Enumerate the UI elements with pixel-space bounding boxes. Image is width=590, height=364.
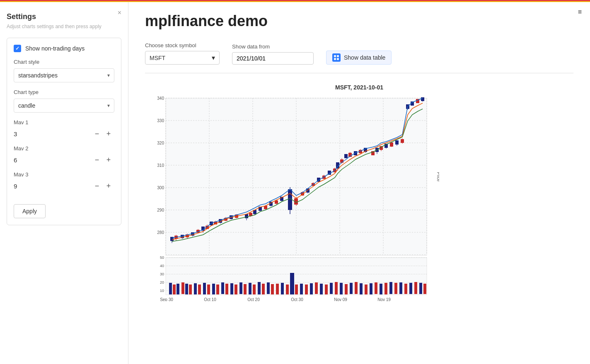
svg-rect-154 [239,282,242,294]
svg-rect-172 [325,284,328,294]
svg-text:20: 20 [160,280,164,284]
svg-rect-162 [290,273,294,294]
stock-symbol-value: MSFT [150,55,209,61]
svg-text:Nov 09: Nov 09 [334,297,347,301]
svg-text:Volume 10⁶: Volume 10⁶ [438,271,439,290]
svg-rect-171 [320,284,323,294]
svg-rect-175 [340,283,343,294]
svg-rect-181 [370,283,372,294]
mav3-label: Mav 3 [14,171,114,178]
close-icon[interactable]: × [118,9,121,17]
top-bar-yellow [0,1,590,2]
svg-text:Oct 30: Oct 30 [291,297,303,301]
chart-style-dropdown[interactable]: starsandstripes ▾ [14,68,114,82]
svg-rect-141 [181,282,184,294]
svg-rect-147 [207,284,210,294]
svg-rect-168 [305,284,308,294]
date-from-label: Show data from [232,43,314,50]
svg-text:Oct 20: Oct 20 [247,297,260,301]
svg-text:Sep 30: Sep 30 [160,297,173,301]
svg-text:280: 280 [157,230,164,235]
svg-rect-155 [244,284,247,294]
main-content: ≡ mplfinance demo Choose stock symbol MS… [128,0,590,364]
divider [145,73,573,73]
chart-type-arrow-icon: ▾ [107,103,110,108]
svg-text:30: 30 [160,272,164,276]
svg-text:320: 320 [157,141,164,145]
show-non-trading-checkbox[interactable] [14,45,21,52]
svg-rect-55 [344,154,348,158]
chart-style-value: starsandstripes [18,72,58,79]
mav3-decrement-button[interactable]: − [91,180,103,192]
svg-rect-1 [337,55,339,57]
mav3-section: Mav 3 9 − + [14,171,114,192]
controls-row: Choose stock symbol MSFT ▾ Show data fro… [145,42,573,65]
svg-rect-153 [235,284,237,294]
svg-rect-142 [185,284,188,294]
mav2-decrement-button[interactable]: − [91,154,103,166]
svg-rect-161 [271,284,274,294]
svg-rect-163 [276,284,279,294]
svg-rect-121 [395,140,399,145]
date-from-input[interactable] [232,52,314,65]
svg-text:340: 340 [157,96,164,101]
svg-rect-152 [230,283,233,294]
svg-rect-165 [286,284,289,294]
stock-symbol-group: Choose stock symbol MSFT ▾ [145,42,220,65]
svg-text:310: 310 [157,163,164,168]
svg-rect-169 [310,283,313,294]
mav2-increment-button[interactable]: + [103,154,114,166]
svg-rect-173 [330,283,333,294]
mav1-section: Mav 1 3 − + [14,119,114,140]
settings-title: Settings [7,12,121,21]
svg-text:40: 40 [160,264,164,268]
svg-rect-69 [421,97,424,101]
svg-rect-156 [249,283,251,294]
svg-rect-29 [170,237,174,241]
chart-type-dropdown[interactable]: candle ▾ [14,99,114,113]
svg-text:300: 300 [157,186,164,190]
svg-text:290: 290 [157,208,164,212]
svg-text:10: 10 [160,289,164,293]
menu-icon[interactable]: ≡ [578,8,582,16]
svg-rect-180 [365,284,368,294]
svg-rect-164 [281,283,284,294]
mav1-decrement-button[interactable]: − [91,128,103,140]
svg-rect-3 [337,58,339,60]
svg-rect-188 [404,284,407,294]
svg-rect-145 [198,284,201,294]
mav2-section: Mav 2 6 − + [14,145,114,166]
chart-container: MSFT, 2021-10-01 [145,80,573,305]
chart-style-arrow-icon: ▾ [107,72,110,78]
stock-dropdown-arrow-icon: ▾ [212,54,215,62]
settings-card: Show non-trading days Chart style starsa… [7,38,121,225]
svg-rect-183 [380,284,382,294]
apply-button[interactable]: Apply [14,204,46,218]
mav2-value: 6 [14,157,91,164]
svg-rect-0 [334,55,336,57]
mav2-label: Mav 2 [14,145,114,152]
page-title: mplfinance demo [145,12,573,30]
show-data-table-label: Show data table [344,54,385,61]
svg-rect-144 [194,283,197,294]
svg-rect-187 [399,282,402,294]
mav1-increment-button[interactable]: + [103,128,114,140]
svg-rect-177 [350,283,353,294]
show-data-table-button[interactable]: Show data table [326,51,392,65]
chart-style-label: Chart style [14,59,114,65]
mav1-label: Mav 1 [14,119,114,125]
svg-rect-158 [258,282,261,294]
svg-rect-151 [225,284,228,294]
svg-rect-159 [262,284,265,294]
mav3-increment-button[interactable]: + [103,180,114,192]
chart-type-label: Chart type [14,89,114,95]
svg-rect-41 [245,214,248,218]
svg-rect-185 [389,282,392,294]
svg-rect-191 [419,283,422,294]
svg-rect-149 [216,284,219,294]
stock-symbol-dropdown[interactable]: MSFT ▾ [145,51,220,65]
show-data-table-icon [332,53,341,62]
svg-rect-167 [300,284,303,294]
svg-rect-2 [334,58,336,60]
svg-rect-148 [212,284,215,294]
